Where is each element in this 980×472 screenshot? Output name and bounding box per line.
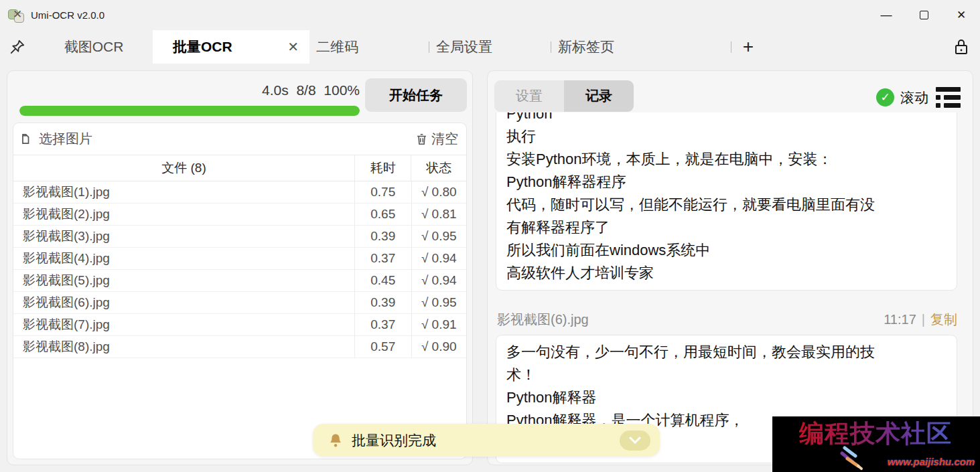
ocr-results-panel: 设置 记录 ✓ 滚动 Python执行安装Python环境，本质上，就是在电脑中… [487, 70, 973, 465]
file-name-cell: 影视截图(7).jpg [13, 314, 354, 335]
time-cell: 0.75 [354, 181, 411, 203]
maximize-button[interactable] [905, 2, 942, 29]
tab-new-page-label: 新标签页 [558, 37, 614, 56]
toast-collapse-button[interactable] [620, 430, 650, 451]
table-row[interactable]: 影视截图(6).jpg 0.39 √ 0.95 [13, 292, 466, 314]
time-cell: 0.57 [354, 336, 411, 358]
pin-button[interactable] [0, 30, 35, 64]
status-cell: √ 0.95 [411, 292, 467, 313]
status-cell: √ 0.95 [411, 226, 467, 247]
start-task-button[interactable]: 开始任务 [365, 78, 467, 112]
status-cell: √ 0.94 [411, 270, 467, 291]
table-row[interactable]: 影视截图(7).jpg 0.37 √ 0.91 [13, 314, 466, 336]
clear-label: 清空 [431, 130, 458, 148]
scroll-checkbox[interactable]: ✓ [876, 88, 894, 106]
time-cell: 0.39 [354, 292, 411, 313]
table-row[interactable]: 影视截图(3).jpg 0.39 √ 0.95 [13, 226, 466, 248]
time-cell: 0.45 [354, 270, 411, 291]
window-title: Umi-OCR v2.0.0 [31, 9, 104, 21]
copy-link[interactable]: 复制 [930, 311, 957, 329]
time-cell: 0.37 [354, 314, 411, 335]
task-stats: 4.0s 8/8 100% [262, 82, 360, 98]
column-header-status[interactable]: 状态 [411, 155, 466, 181]
minimize-button[interactable]: — [867, 2, 905, 29]
status-cell: √ 0.94 [411, 248, 467, 269]
ocr-text-line: 多一句没有，少一句不行，用最短时间，教会最实用的技 [506, 341, 947, 364]
ocr-text-line: 高级软件人才培训专家 [506, 262, 947, 285]
tab-batch-ocr[interactable]: 批量OCR ✕ [153, 30, 309, 64]
file-table-header: 文件 (8) 耗时 状态 [13, 155, 466, 181]
ocr-record-block: Python执行安装Python环境，本质上，就是在电脑中，安装：Python解… [496, 112, 957, 291]
add-tab-button[interactable]: + [731, 30, 765, 64]
site-watermark: 编程技术社区 www.paijishu.com [772, 416, 980, 472]
folder-icon [21, 133, 36, 145]
status-cell: √ 0.81 [411, 204, 467, 225]
record-header: 影视截图(6).jpg 11:17 | 复制 [497, 307, 957, 332]
file-name-cell: 影视截图(3).jpg [13, 226, 354, 247]
bell-icon [329, 433, 342, 448]
tab-new-page[interactable]: 新标签页 [551, 30, 731, 64]
file-list-card: 选择图片 清空 文件 (8) 耗时 状态 影视截图(1).jpg 0.75 √ … [13, 123, 467, 459]
column-header-time[interactable]: 耗时 [354, 155, 411, 181]
ocr-text-line: Python [506, 112, 947, 125]
tab-bar: 截图OCR 批量OCR ✕ 二维码 全局设置 新标签页 + [0, 30, 980, 64]
tab-records[interactable]: 记录 [564, 80, 634, 112]
table-row[interactable]: 影视截图(5).jpg 0.45 √ 0.94 [13, 270, 466, 292]
file-name-cell: 影视截图(8).jpg [13, 336, 354, 358]
tab-global-settings-label: 全局设置 [436, 37, 492, 56]
status-cell: √ 0.80 [411, 181, 467, 203]
record-file-name: 影视截图(6).jpg [497, 311, 589, 329]
chevron-down-icon [629, 437, 641, 445]
right-tab-group: 设置 记录 [494, 80, 634, 112]
lock-button[interactable] [942, 30, 980, 64]
select-images-button[interactable]: 选择图片 [21, 130, 92, 148]
tab-close-icon[interactable]: ✕ [287, 39, 299, 55]
tab-screenshot-ocr-label: 截图OCR [64, 37, 124, 56]
status-cell: √ 0.90 [411, 336, 467, 358]
tab-settings[interactable]: 设置 [494, 80, 564, 112]
scroll-label: 滚动 [900, 88, 928, 107]
close-button[interactable]: ✕ [942, 2, 980, 29]
list-menu-icon[interactable] [934, 86, 962, 109]
records-scroll-area[interactable]: Python执行安装Python环境，本质上，就是在电脑中，安装：Python解… [488, 112, 973, 465]
table-row[interactable]: 影视截图(2).jpg 0.65 √ 0.81 [13, 204, 466, 226]
select-images-label: 选择图片 [39, 130, 92, 148]
notification-toast: 批量识别完成 [313, 424, 660, 457]
title-bar: ✕ Umi-OCR v2.0.0 — ✕ [0, 0, 980, 30]
progress-bar [19, 106, 360, 116]
app-icon: ✕ [8, 7, 25, 24]
table-row[interactable]: 影视截图(8).jpg 0.57 √ 0.90 [13, 336, 466, 358]
file-name-cell: 影视截图(5).jpg [13, 270, 354, 291]
table-row[interactable]: 影视截图(4).jpg 0.37 √ 0.94 [13, 248, 466, 270]
status-cell: √ 0.91 [411, 314, 467, 335]
clear-button[interactable]: 清空 [415, 130, 458, 148]
watermark-title: 编程技术社区 [772, 417, 979, 451]
file-name-cell: 影视截图(1).jpg [13, 181, 354, 203]
record-separator: | [922, 312, 925, 327]
ocr-text-line: 执行 [506, 125, 947, 148]
time-cell: 0.65 [354, 204, 411, 225]
tab-screenshot-ocr[interactable]: 截图OCR [35, 30, 153, 64]
pencils-icon [838, 444, 869, 471]
ocr-text-line: Python解释器 [506, 386, 947, 409]
ocr-text-line: 安装Python环境，本质上，就是在电脑中，安装： [506, 148, 947, 171]
ocr-text-line: 有解释器程序了 [506, 216, 947, 239]
ocr-text-line: Python解释器程序 [506, 171, 947, 193]
file-name-cell: 影视截图(4).jpg [13, 248, 354, 269]
lock-icon [953, 38, 969, 56]
file-name-cell: 影视截图(6).jpg [13, 292, 354, 313]
time-cell: 0.39 [354, 226, 411, 247]
time-cell: 0.37 [354, 248, 411, 269]
ocr-text-line: 所以我们前面在windows系统中 [506, 239, 947, 262]
file-table-body: 影视截图(1).jpg 0.75 √ 0.80 影视截图(2).jpg 0.65… [13, 181, 466, 358]
record-time: 11:17 [884, 312, 916, 327]
column-header-file[interactable]: 文件 (8) [13, 155, 354, 181]
tab-global-settings[interactable]: 全局设置 [429, 30, 551, 64]
ocr-text-line: 代码，随时可以写，但能不能运行，就要看电脑里面有没 [506, 193, 947, 216]
ocr-text-line: 术！ [506, 364, 947, 386]
watermark-url: www.paijishu.com [888, 456, 975, 467]
tab-qrcode-label: 二维码 [316, 37, 358, 56]
table-row[interactable]: 影视截图(1).jpg 0.75 √ 0.80 [13, 181, 466, 204]
trash-icon [415, 133, 428, 146]
tab-qrcode[interactable]: 二维码 [309, 30, 429, 64]
